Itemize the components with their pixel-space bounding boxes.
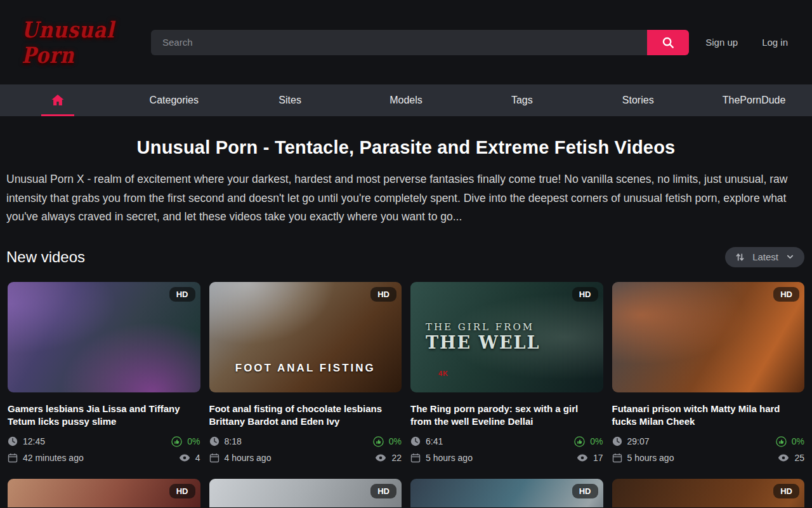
thumbs-up-icon — [171, 436, 182, 447]
clock-icon — [209, 436, 219, 446]
video-views: 25 — [794, 453, 804, 463]
clock-icon — [612, 436, 622, 446]
video-views: 17 — [593, 453, 603, 463]
clock-icon — [410, 436, 421, 446]
hd-badge: HD — [773, 484, 799, 498]
video-thumbnail[interactable]: HD — [612, 479, 805, 507]
eye-icon — [375, 453, 386, 462]
video-card: HD FOOT ANAL FISTING Foot anal fisting o… — [209, 282, 402, 469]
signup-link[interactable]: Sign up — [705, 37, 738, 48]
video-thumbnail[interactable]: HD — [8, 282, 200, 392]
video-views: 4 — [195, 453, 200, 463]
video-age: 4 hours ago — [225, 453, 272, 463]
site-logo[interactable]: Unusual Porn — [22, 17, 136, 68]
calendar-icon — [8, 453, 18, 463]
video-duration: 29:07 — [627, 436, 650, 446]
video-stats: 29:07 0% 5 hours ago — [612, 436, 805, 463]
calendar-icon — [612, 453, 622, 463]
video-rating: 0% — [590, 436, 603, 446]
site-header: Unusual Porn Sign up Log in — [0, 0, 812, 84]
nav-item-sites[interactable]: Sites — [232, 84, 348, 116]
home-icon — [50, 93, 65, 108]
video-stats: 8:18 0% 4 hours ago — [209, 436, 402, 463]
hd-badge: HD — [773, 287, 799, 302]
video-thumbnail[interactable]: HD — [410, 479, 603, 507]
video-duration: 8:18 — [225, 436, 242, 446]
calendar-icon — [410, 453, 421, 463]
hd-badge: HD — [169, 484, 195, 498]
video-thumbnail[interactable]: HD — [612, 282, 805, 392]
main-content: Unusual Porn - Tentacle, Parasite and Ex… — [0, 137, 812, 507]
sort-arrows-icon — [735, 252, 745, 262]
video-title[interactable]: Gamers lesbians Jia Lissa and Tiffany Te… — [8, 403, 200, 428]
sort-dropdown[interactable]: Latest — [725, 247, 804, 267]
video-thumbnail[interactable]: HD THE GIRL FROM THE WELL 4K — [410, 282, 603, 392]
thumbs-up-icon — [373, 436, 384, 447]
nav-item-models[interactable]: Models — [348, 84, 464, 116]
main-nav: Categories Sites Models Tags Stories The… — [0, 84, 812, 116]
hd-badge: HD — [572, 287, 598, 302]
video-views: 22 — [391, 453, 402, 463]
video-title[interactable]: The Ring porn parody: sex with a girl fr… — [410, 403, 603, 428]
video-age: 5 hours ago — [627, 453, 674, 463]
video-grid: HD Gamers lesbians Jia Lissa and Tiffany… — [6, 282, 806, 469]
sort-label: Latest — [752, 251, 778, 262]
page-title: Unusual Porn - Tentacle, Parasite and Ex… — [6, 137, 806, 158]
video-age: 42 minutes ago — [23, 453, 84, 463]
video-card: HD Gamers lesbians Jia Lissa and Tiffany… — [8, 282, 200, 469]
eye-icon — [577, 453, 588, 462]
video-rating: 0% — [792, 436, 804, 446]
video-rating: 0% — [187, 436, 200, 446]
login-link[interactable]: Log in — [762, 37, 788, 48]
calendar-icon — [209, 453, 219, 463]
video-duration: 6:41 — [426, 436, 443, 446]
thumbs-up-icon — [574, 436, 585, 447]
hd-badge: HD — [370, 484, 396, 498]
video-card: HD Futanari prison witch Matty Mila hard… — [612, 282, 805, 469]
nav-item-home[interactable] — [0, 84, 116, 116]
search-bar — [151, 30, 689, 55]
search-button[interactable] — [647, 30, 689, 55]
page-description: Unusual Porn X - realm of excitement whe… — [6, 170, 806, 227]
video-thumbnail[interactable]: HD FOOT ANAL FISTING — [209, 282, 402, 392]
nav-item-categories[interactable]: Categories — [116, 84, 232, 116]
video-title[interactable]: Foot anal fisting of chocolate lesbians … — [209, 403, 402, 428]
chevron-down-icon — [786, 253, 794, 261]
nav-item-theporndude[interactable]: ThePornDude — [696, 84, 812, 116]
hd-badge: HD — [572, 484, 598, 498]
video-grid-row2: HD HD HD HD — [6, 479, 806, 507]
video-rating: 0% — [389, 436, 402, 446]
auth-links: Sign up Log in — [705, 37, 788, 48]
eye-icon — [179, 453, 190, 462]
section-title: New videos — [6, 248, 85, 266]
hd-badge: HD — [370, 287, 396, 302]
eye-icon — [778, 453, 789, 462]
thumbnail-4k-tag: 4K — [438, 370, 449, 377]
section-header: New videos Latest — [6, 247, 806, 267]
search-icon — [661, 36, 675, 50]
video-thumbnail[interactable]: HD — [8, 479, 200, 507]
nav-item-stories[interactable]: Stories — [580, 84, 696, 116]
video-stats: 12:45 0% 42 minutes ago — [8, 436, 200, 463]
thumbnail-caption: FOOT ANAL FISTING — [209, 362, 402, 375]
video-duration: 12:45 — [23, 436, 45, 446]
hd-badge: HD — [169, 287, 195, 302]
search-input[interactable] — [151, 30, 647, 55]
thumbnail-movie-title: THE GIRL FROM THE WELL — [426, 321, 540, 352]
thumbs-up-icon — [776, 436, 787, 447]
video-age: 5 hours ago — [426, 453, 473, 463]
video-card: HD THE GIRL FROM THE WELL 4K The Ring po… — [410, 282, 603, 469]
video-thumbnail[interactable]: HD — [209, 479, 402, 507]
clock-icon — [8, 436, 18, 446]
nav-item-tags[interactable]: Tags — [464, 84, 580, 116]
video-title[interactable]: Futanari prison witch Matty Mila hard fu… — [612, 403, 805, 428]
video-stats: 6:41 0% 5 hours ago — [410, 436, 603, 463]
